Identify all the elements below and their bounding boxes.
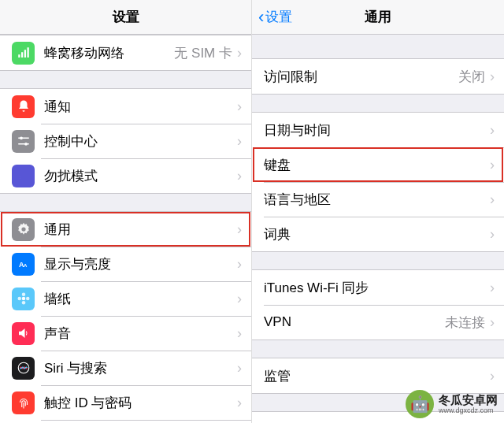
settings-row-siri[interactable]: Siri 与搜索› xyxy=(0,351,251,385)
row-label: 语言与地区 xyxy=(264,191,490,209)
settings-row-dictionary[interactable]: 词典› xyxy=(252,217,504,251)
settings-row-notifications[interactable]: 通知› xyxy=(0,89,251,124)
aa-icon: AA xyxy=(12,253,35,276)
navbar: ‹ 设置 通用 xyxy=(252,0,504,35)
chevron-right-icon: › xyxy=(490,315,495,329)
settings-row-display[interactable]: AA显示与亮度› xyxy=(0,247,251,281)
chevron-right-icon: › xyxy=(490,123,495,137)
chevron-right-icon: › xyxy=(237,395,242,410)
chevron-left-icon: ‹ xyxy=(258,9,264,26)
row-label: 勿扰模式 xyxy=(44,167,237,185)
nav-title: 设置 xyxy=(113,8,139,26)
row-label: 还原 xyxy=(264,421,490,424)
chevron-right-icon: › xyxy=(490,369,495,383)
row-label: 触控 ID 与密码 xyxy=(44,394,237,412)
settings-row-restrictions[interactable]: 访问限制关闭› xyxy=(252,59,504,94)
row-label: Siri 与搜索 xyxy=(44,359,237,377)
settings-group: iTunes Wi-Fi 同步›VPN未连接› xyxy=(252,269,504,340)
svg-rect-2 xyxy=(24,50,25,58)
svg-rect-0 xyxy=(18,54,20,58)
settings-group: 蜂窝移动网络无 SIM 卡› xyxy=(0,35,251,71)
svg-point-15 xyxy=(17,297,21,301)
settings-group: 通知›控制中心›勿扰模式› xyxy=(0,88,251,194)
row-label: 访问限制 xyxy=(264,68,458,86)
svg-point-14 xyxy=(21,301,25,305)
settings-row-sound[interactable]: 声音› xyxy=(0,316,251,351)
settings-row-language[interactable]: 语言与地区› xyxy=(252,182,504,217)
svg-rect-1 xyxy=(21,52,23,58)
settings-group: 日期与时间›键盘›语言与地区›词典› xyxy=(252,112,504,252)
settings-row-profiles[interactable]: 监管› xyxy=(252,358,504,393)
watermark-name: 冬瓜安卓网 xyxy=(439,394,498,407)
svg-point-9 xyxy=(21,227,25,231)
chevron-right-icon: › xyxy=(237,257,242,271)
chevron-right-icon: › xyxy=(237,46,242,60)
row-label: 通知 xyxy=(44,98,237,116)
row-value: 未连接 xyxy=(445,314,485,332)
settings-group: 通用›AA显示与亮度›墙纸›声音›Siri 与搜索›触控 ID 与密码›SOSS… xyxy=(0,211,251,423)
watermark-url: www.dgxcdz.com xyxy=(439,406,498,414)
row-label: 显示与亮度 xyxy=(44,255,237,273)
chevron-right-icon: › xyxy=(237,326,242,340)
settings-root-screen: 设置 蜂窝移动网络无 SIM 卡›通知›控制中心›勿扰模式›通用›AA显示与亮度… xyxy=(0,0,252,423)
row-label: 监管 xyxy=(264,367,490,385)
speaker-icon xyxy=(12,322,35,345)
back-label: 设置 xyxy=(265,8,292,26)
nav-title: 通用 xyxy=(365,8,391,26)
chevron-right-icon: › xyxy=(490,69,495,83)
chevron-right-icon: › xyxy=(490,158,495,172)
svg-point-13 xyxy=(21,293,25,297)
android-icon: 🤖 xyxy=(406,390,434,418)
svg-rect-5 xyxy=(18,138,29,139)
settings-row-control-center[interactable]: 控制中心› xyxy=(0,124,251,158)
row-label: 蜂窝移动网络 xyxy=(44,44,174,62)
svg-point-12 xyxy=(21,297,25,301)
row-label: 声音 xyxy=(44,325,237,343)
chevron-right-icon: › xyxy=(237,222,242,236)
settings-row-touchid[interactable]: 触控 ID 与密码› xyxy=(0,385,251,420)
chevron-right-icon: › xyxy=(490,192,495,206)
row-label: 键盘 xyxy=(264,156,490,174)
sliders-icon xyxy=(12,130,35,153)
row-label: 墙纸 xyxy=(44,290,237,308)
chevron-right-icon: › xyxy=(237,99,242,113)
row-label: iTunes Wi-Fi 同步 xyxy=(264,279,490,297)
settings-group: 监管› xyxy=(252,358,504,394)
settings-row-general[interactable]: 通用› xyxy=(0,212,251,247)
navbar: 设置 xyxy=(0,0,251,35)
moon-icon xyxy=(12,165,35,187)
svg-text:A: A xyxy=(24,263,28,268)
back-button[interactable]: ‹ 设置 xyxy=(258,8,292,26)
settings-row-dnd[interactable]: 勿扰模式› xyxy=(0,158,251,193)
settings-row-itunes-wifi[interactable]: iTunes Wi-Fi 同步› xyxy=(252,270,504,305)
settings-row-vpn[interactable]: VPN未连接› xyxy=(252,305,504,340)
settings-row-sos[interactable]: SOSSOS 紧急联络› xyxy=(0,420,251,423)
general-screen: ‹ 设置 通用 访问限制关闭›日期与时间›键盘›语言与地区›词典›iTunes … xyxy=(252,0,504,423)
chevron-right-icon: › xyxy=(237,134,242,148)
svg-rect-7 xyxy=(18,143,29,145)
settings-row-datetime[interactable]: 日期与时间› xyxy=(252,113,504,147)
chevron-right-icon: › xyxy=(490,227,495,241)
row-label: 日期与时间 xyxy=(264,121,490,139)
row-value: 关闭 xyxy=(458,68,485,86)
svg-rect-3 xyxy=(27,47,28,58)
watermark: 🤖 冬瓜安卓网 www.dgxcdz.com xyxy=(406,390,498,418)
row-label: 词典 xyxy=(264,225,490,243)
flower-icon xyxy=(12,288,35,310)
row-label: VPN xyxy=(264,314,445,330)
settings-group: 访问限制关闭› xyxy=(252,58,504,95)
settings-row-cellular[interactable]: 蜂窝移动网络无 SIM 卡› xyxy=(0,35,251,70)
siri-icon xyxy=(12,357,35,380)
settings-row-keyboard[interactable]: 键盘› xyxy=(252,147,504,182)
row-label: 通用 xyxy=(44,221,237,239)
chevron-right-icon: › xyxy=(237,291,242,306)
row-label: 控制中心 xyxy=(44,132,237,150)
chevron-right-icon: › xyxy=(237,361,242,375)
bell-icon xyxy=(12,95,35,118)
chevron-right-icon: › xyxy=(237,169,242,183)
row-value: 无 SIM 卡 xyxy=(174,44,232,62)
settings-row-wallpaper[interactable]: 墙纸› xyxy=(0,281,251,316)
fingerprint-icon xyxy=(12,391,35,414)
chevron-right-icon: › xyxy=(490,280,495,295)
svg-point-16 xyxy=(26,297,30,301)
